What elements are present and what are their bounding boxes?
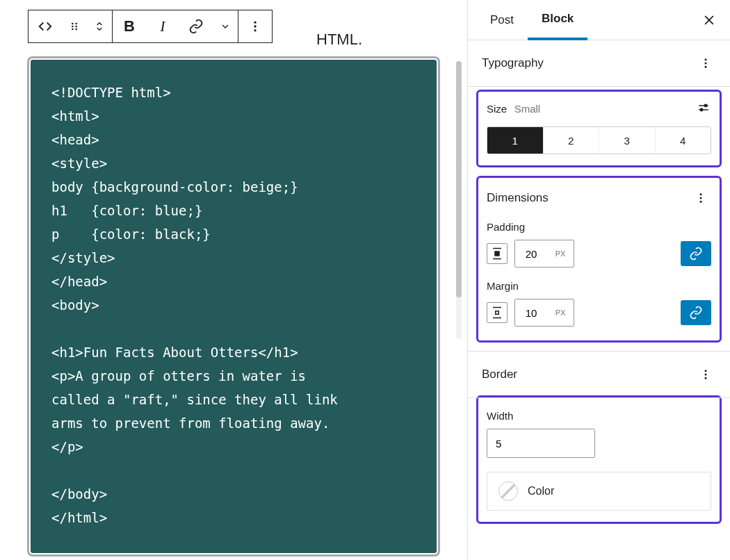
svg-point-4 [72,28,74,31]
tab-post[interactable]: Post [476,0,528,40]
italic-button[interactable]: I [146,10,179,42]
close-icon[interactable] [697,8,722,33]
svg-point-7 [254,25,256,27]
svg-point-20 [700,201,702,203]
svg-point-27 [705,370,707,372]
padding-link-icon[interactable] [681,241,711,266]
margin-sides-icon[interactable] [487,302,508,323]
size-option-4[interactable]: 4 [656,127,711,154]
padding-label: Padding [487,221,711,233]
border-group: Width PX Color [476,395,722,524]
svg-point-8 [254,29,256,31]
padding-unit[interactable]: PX [547,240,574,267]
dimensions-title: Dimensions [487,191,549,205]
settings-sidebar: Post Block Typography Size Small 1 2 3 [467,0,730,560]
trailing-text: HTML. [316,31,362,49]
size-label: Size Small [487,103,540,115]
typography-title: Typography [482,56,544,70]
margin-input: PX [514,299,574,327]
more-options-icon[interactable] [238,10,272,42]
border-color-row[interactable]: Color [487,472,711,511]
svg-point-0 [72,23,74,25]
dropdown-icon[interactable] [213,10,238,42]
svg-point-5 [75,28,77,31]
padding-input: PX [514,240,574,267]
dimensions-options-icon[interactable] [690,188,711,208]
svg-point-15 [704,104,706,106]
scrollbar-thumb[interactable] [456,61,462,297]
svg-point-28 [705,374,707,376]
typography-panel-header: Typography [468,40,730,87]
svg-point-29 [705,377,707,379]
border-panel-header: Border [468,351,730,398]
border-width-field[interactable] [487,429,595,457]
margin-link-icon[interactable] [681,300,711,325]
margin-unit[interactable]: PX [547,299,574,326]
dimensions-group: Dimensions Padding PX Margin [476,176,722,343]
margin-label: Margin [487,280,711,292]
typography-options-icon[interactable] [695,53,716,74]
color-swatch-none-icon [498,481,518,501]
border-width-input: PX [487,429,595,458]
tab-block[interactable]: Block [528,0,587,40]
size-option-1[interactable]: 1 [487,127,544,154]
editor-area: B I HTML. <!DOCTYPE html> <html> <head> … [0,0,467,560]
svg-point-11 [705,58,707,60]
block-toolbar: B I [28,10,273,43]
svg-point-1 [75,23,77,25]
width-label: Width [487,410,711,422]
svg-point-6 [254,22,256,24]
move-up-down-icon[interactable] [87,10,112,42]
bold-button[interactable]: B [113,10,146,42]
size-option-3[interactable]: 3 [599,127,656,154]
svg-point-2 [72,26,74,28]
size-segmented-control: 1 2 3 4 [487,126,711,154]
size-option-2[interactable]: 2 [544,127,600,154]
margin-value-field[interactable] [515,299,547,326]
custom-size-icon[interactable] [696,101,711,117]
svg-point-18 [700,193,702,195]
svg-point-12 [705,63,707,65]
svg-rect-24 [496,311,499,315]
padding-value-field[interactable] [515,240,547,267]
scrollbar-track [456,61,462,339]
typography-size-group: Size Small 1 2 3 4 [476,90,722,167]
link-button[interactable] [179,10,213,42]
padding-sides-icon[interactable] [487,243,508,264]
svg-point-17 [700,108,702,110]
svg-point-3 [75,26,77,28]
code-block[interactable]: <!DOCTYPE html> <html> <head> <style> bo… [31,60,437,553]
drag-handle-icon[interactable] [62,10,87,42]
svg-point-19 [700,197,702,199]
border-color-label: Color [528,485,554,497]
svg-point-13 [705,66,707,68]
border-options-icon[interactable] [695,364,716,385]
border-title: Border [482,368,517,381]
svg-rect-21 [495,252,499,256]
sidebar-tabs: Post Block [468,0,730,40]
html-block-icon[interactable] [29,10,62,42]
